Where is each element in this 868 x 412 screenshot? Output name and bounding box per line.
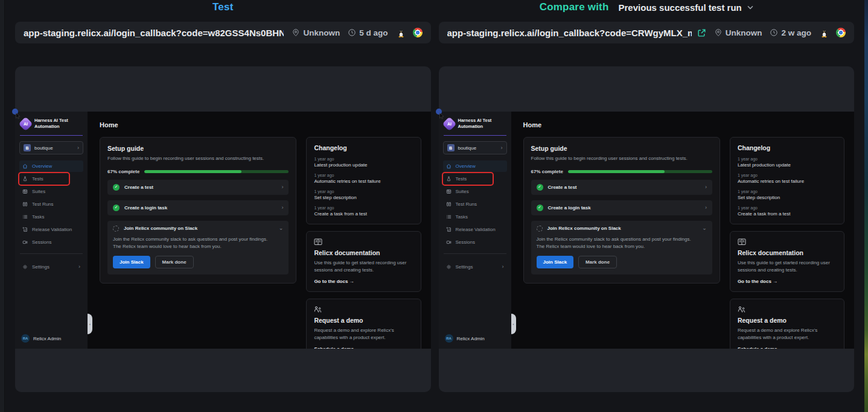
page-title: Home xyxy=(523,121,845,128)
progress-row: 67% complete xyxy=(531,169,712,174)
docs-title: Relicx documentation xyxy=(738,249,837,256)
docs-description: Use this guide to get started recording … xyxy=(314,259,410,273)
sidebar-item-tests[interactable]: Tests xyxy=(19,173,69,185)
step-header[interactable]: Join Relicx community on Slack ⌄ xyxy=(537,226,707,232)
demo-title: Request a demo xyxy=(314,317,413,324)
changelog-card: Changelog 1 year ago Latest production u… xyxy=(306,137,421,224)
schedule-demo-link[interactable]: Schedule a demo → xyxy=(738,346,837,349)
sidebar-collapse-handle[interactable]: ‹ xyxy=(511,314,516,334)
setup-step-create-login-task[interactable]: ✓ Create a login task › xyxy=(531,200,712,215)
project-name: boutique xyxy=(34,145,74,151)
sidebar-item-release-validation[interactable]: Release Validation xyxy=(19,224,83,235)
schedule-demo-link[interactable]: Schedule a demo → xyxy=(314,346,413,349)
mark-done-button[interactable]: Mark done xyxy=(578,256,617,268)
join-slack-button[interactable]: Join Slack xyxy=(537,256,574,268)
demo-description: Request a demo and explore Relicx's capa… xyxy=(314,327,410,341)
go-to-docs-link[interactable]: Go to the docs → xyxy=(314,279,413,284)
user-name: Relicx Admin xyxy=(33,336,61,341)
demo-title: Request a demo xyxy=(738,317,837,324)
join-slack-button[interactable]: Join Slack xyxy=(113,256,150,268)
sidebar-item-tasks[interactable]: Tasks xyxy=(19,211,83,223)
age-meta: 5 d ago xyxy=(348,28,388,37)
changelog-card: Changelog 1 year ago Latest production u… xyxy=(730,137,844,224)
setup-step-create-test[interactable]: ✓ Create a test › xyxy=(107,180,289,195)
mouse-pointer-icon xyxy=(16,113,21,119)
sidebar-item-overview[interactable]: Overview xyxy=(19,160,83,172)
compare-screenshots-view: Test app-staging.relicx.ai/login_callbac… xyxy=(0,0,868,412)
progress-bar xyxy=(568,170,712,173)
user-profile[interactable]: RA Relicx Admin xyxy=(442,334,508,343)
right-column: Changelog 1 year ago Latest production u… xyxy=(306,137,421,349)
changelog-entry: 1 year ago Create a task from a test xyxy=(738,206,837,217)
url-bar[interactable]: app-staging.relicx.ai/login_callback?cod… xyxy=(15,22,431,43)
progress-fill xyxy=(568,170,665,173)
clock-icon xyxy=(770,28,778,37)
setup-guide-title: Setup guide xyxy=(531,145,712,152)
changelog-entry: 1 year ago Automatic retries on test fai… xyxy=(738,173,837,184)
task-list-icon xyxy=(446,214,452,220)
divider xyxy=(444,135,506,136)
changelog-title: Changelog xyxy=(738,144,837,151)
release-validation-icon xyxy=(22,227,28,232)
brand-name: Harness AI Test Automation xyxy=(34,118,68,130)
mark-done-button[interactable]: Mark done xyxy=(155,256,194,268)
chevron-right-icon: › xyxy=(281,205,283,211)
step-description: Join the Relicx community slack to ask q… xyxy=(537,236,698,250)
sidebar-item-suites[interactable]: Suites xyxy=(19,186,83,197)
flask-icon xyxy=(446,176,452,182)
sidebar-item-settings[interactable]: Settings › xyxy=(19,261,83,273)
chevron-down-icon: ⌄ xyxy=(702,226,707,231)
run-title: Test xyxy=(212,1,234,13)
setup-guide-description: Follow this guide to begin recording use… xyxy=(107,155,289,162)
sidebar-item-tests[interactable]: Tests xyxy=(443,173,493,185)
sidebar-item-sessions[interactable]: Sessions xyxy=(443,236,507,248)
step-header[interactable]: Join Relicx community on Slack ⌄ xyxy=(113,226,283,232)
user-avatar: RA xyxy=(445,334,453,343)
setup-step-create-test[interactable]: ✓ Create a test › xyxy=(531,180,712,195)
setup-guide-card: Setup guide Follow this guide to begin r… xyxy=(523,137,720,284)
sidebar-item-overview[interactable]: Overview xyxy=(443,160,507,172)
project-badge: B xyxy=(24,144,31,151)
sidebar-item-sessions[interactable]: Sessions xyxy=(19,236,83,248)
user-name: Relicx Admin xyxy=(457,336,485,341)
chevron-right-icon: › xyxy=(78,264,80,270)
chevron-right-icon: › xyxy=(502,264,504,270)
brand-name: Harness AI Test Automation xyxy=(458,118,492,130)
setup-step-create-login-task[interactable]: ✓ Create a login task › xyxy=(107,200,289,215)
external-link-icon[interactable] xyxy=(697,28,706,37)
setup-guide-description: Follow this guide to begin recording use… xyxy=(531,155,712,162)
sidebar-item-tasks[interactable]: Tasks xyxy=(443,211,507,223)
app-main: Home Setup guide Follow this guide to be… xyxy=(511,112,855,349)
check-circle-icon: ✓ xyxy=(113,184,120,191)
compare-run-selector[interactable]: Previous successful test run xyxy=(619,2,753,13)
user-profile[interactable]: RA Relicx Admin xyxy=(18,334,85,343)
cursor-marker xyxy=(12,109,21,118)
location-meta: Unknown xyxy=(292,28,340,37)
progress-row: 67% complete xyxy=(107,169,289,174)
url-bar[interactable]: app-staging.relicx.ai/login_callback?cod… xyxy=(439,22,855,43)
chrome-browser-icon xyxy=(413,28,423,37)
docs-title: Relicx documentation xyxy=(314,249,413,256)
sidebar-item-suites[interactable]: Suites xyxy=(443,186,507,197)
sidebar-collapse-handle[interactable]: ‹ xyxy=(88,314,92,334)
chevron-down-icon: ⌄ xyxy=(279,226,284,231)
setup-step-join-slack: Join Relicx community on Slack ⌄ Join th… xyxy=(531,221,712,274)
divider xyxy=(20,135,83,136)
chevron-right-icon: › xyxy=(281,185,283,190)
progress-label: 67% complete xyxy=(531,169,563,174)
sidebar-item-release-validation[interactable]: Release Validation xyxy=(443,224,507,235)
project-selector[interactable]: B boutique › xyxy=(443,141,507,154)
sidebar-item-settings[interactable]: Settings › xyxy=(443,261,507,273)
setup-step-join-slack: Join Relicx community on Slack ⌄ Join th… xyxy=(107,221,289,274)
go-to-docs-link[interactable]: Go to the docs → xyxy=(738,279,837,284)
age-meta: 2 w ago xyxy=(770,28,811,37)
sidebar-item-test-runs[interactable]: Test Runs xyxy=(19,198,83,210)
people-icon xyxy=(314,306,322,313)
panels-container: Test app-staging.relicx.ai/login_callbac… xyxy=(15,0,854,392)
project-selector[interactable]: B boutique › xyxy=(19,141,83,154)
flask-icon xyxy=(22,176,28,182)
check-circle-icon: ✓ xyxy=(537,204,543,211)
progress-label: 67% complete xyxy=(107,169,139,174)
sidebar-item-test-runs[interactable]: Test Runs xyxy=(443,198,507,210)
chevron-right-icon: › xyxy=(705,185,707,190)
